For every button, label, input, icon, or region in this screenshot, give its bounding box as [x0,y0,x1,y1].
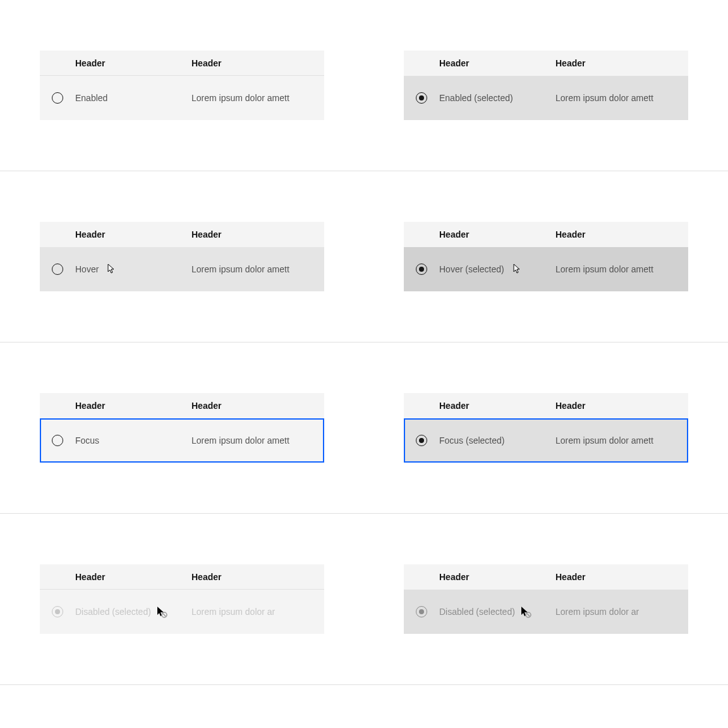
table-header-row: Header Header [40,564,324,590]
th-col2: Header [555,401,688,411]
col-left: Header Header Disabled (selected) Lorem … [0,564,364,634]
table-enabled-selected: Header Header Enabled (selected) Lorem i… [404,51,688,120]
table-row[interactable]: Focus Lorem ipsum dolor amett [40,418,324,463]
th-col1: Header [75,401,191,411]
th-col2: Header [555,58,688,68]
table-row[interactable]: Hover (selected) Lorem ipsum dolor amett [404,247,688,291]
table-row[interactable]: Hover Lorem ipsum dolor amett [40,247,324,291]
svg-line-1 [162,614,166,617]
not-allowed-cursor-icon [520,605,533,618]
th-col1: Header [75,229,191,240]
td-state: Hover [75,263,191,276]
radio-disabled-icon [52,606,63,617]
col-left: Header Header Focus Lorem ipsum dolor am… [0,393,364,463]
td-state: Enabled (selected) [439,93,555,103]
col-right: Header Header Disabled (selected) Lorem … [364,564,728,634]
td-radio [40,435,75,446]
table-header-row: Header Header [404,564,688,590]
td-state: Enabled [75,93,191,103]
table-row: Disabled (selected) Lorem ipsum dolor ar [404,590,688,634]
radio-checked-icon[interactable] [416,435,427,446]
td-content: Lorem ipsum dolor amett [555,264,688,274]
th-col2: Header [191,58,324,68]
td-content: Lorem ipsum dolor amett [191,264,324,274]
svg-line-3 [526,614,530,617]
td-content: Lorem ipsum dolor amett [191,93,324,103]
td-radio [404,92,439,104]
td-content: Lorem ipsum dolor ar [191,607,324,617]
table-header-row: Header Header [404,222,688,247]
th-col1: Header [439,58,555,68]
td-state: Focus (selected) [439,435,555,446]
table-hover: Header Header Hover Lorem ipsum dolor am… [40,222,324,291]
col-right: Header Header Hover (selected) Lorem ips… [364,222,728,291]
radio-icon[interactable] [52,92,63,104]
radio-icon[interactable] [52,264,63,275]
table-row: Disabled (selected) Lorem ipsum dolor ar [40,590,324,634]
table-row[interactable]: Enabled Lorem ipsum dolor amett [40,76,324,120]
table-focus-selected: Header Header Focus (selected) Lorem ips… [404,393,688,463]
section-hover: Header Header Hover Lorem ipsum dolor am… [0,171,728,343]
table-header-row: Header Header [40,222,324,247]
th-col2: Header [191,572,324,582]
table-disabled: Header Header Disabled (selected) Lorem … [40,564,324,634]
td-content: Lorem ipsum dolor amett [555,93,688,103]
col-right: Header Header Enabled (selected) Lorem i… [364,51,728,120]
state-label: Hover (selected) [439,264,504,274]
th-col2: Header [555,229,688,240]
td-radio [404,264,439,275]
th-col2: Header [191,401,324,411]
td-state: Focus [75,435,191,446]
radio-disabled-icon [416,606,427,617]
pointer-cursor-icon [104,263,116,276]
state-label: Disabled (selected) [439,607,515,617]
table-focus: Header Header Focus Lorem ipsum dolor am… [40,393,324,463]
radio-checked-icon[interactable] [416,92,427,104]
th-col1: Header [75,572,191,582]
th-col2: Header [555,572,688,582]
td-state: Disabled (selected) [439,605,555,618]
section-disabled: Header Header Disabled (selected) Lorem … [0,514,728,685]
pointer-cursor-icon [509,263,522,276]
td-radio [40,92,75,104]
state-label: Disabled (selected) [75,607,151,617]
table-disabled-selected: Header Header Disabled (selected) Lorem … [404,564,688,634]
table-hover-selected: Header Header Hover (selected) Lorem ips… [404,222,688,291]
td-radio [404,606,439,617]
td-content: Lorem ipsum dolor amett [555,435,688,446]
col-left: Header Header Hover Lorem ipsum dolor am… [0,222,364,291]
table-row[interactable]: Enabled (selected) Lorem ipsum dolor ame… [404,76,688,120]
radio-checked-icon[interactable] [416,264,427,275]
table-header-row: Header Header [404,51,688,76]
radio-icon[interactable] [52,435,63,446]
table-enabled: Header Header Enabled Lorem ipsum dolor … [40,51,324,120]
not-allowed-cursor-icon [156,605,169,618]
td-content: Lorem ipsum dolor amett [191,435,324,446]
th-col1: Header [439,401,555,411]
col-left: Header Header Enabled Lorem ipsum dolor … [0,51,364,120]
th-col2: Header [191,229,324,240]
th-col1: Header [439,229,555,240]
table-row[interactable]: Focus (selected) Lorem ipsum dolor amett [404,418,688,463]
td-radio [404,435,439,446]
section-focus: Header Header Focus Lorem ipsum dolor am… [0,343,728,514]
td-radio [40,264,75,275]
col-right: Header Header Focus (selected) Lorem ips… [364,393,728,463]
th-col1: Header [439,572,555,582]
section-enabled: Header Header Enabled Lorem ipsum dolor … [0,0,728,171]
td-state: Disabled (selected) [75,605,191,618]
td-radio [40,606,75,617]
state-label: Hover [75,264,99,274]
table-header-row: Header Header [40,393,324,418]
td-content: Lorem ipsum dolor ar [555,607,688,617]
th-col1: Header [75,58,191,68]
td-state: Hover (selected) [439,263,555,276]
table-header-row: Header Header [40,51,324,76]
table-header-row: Header Header [404,393,688,418]
